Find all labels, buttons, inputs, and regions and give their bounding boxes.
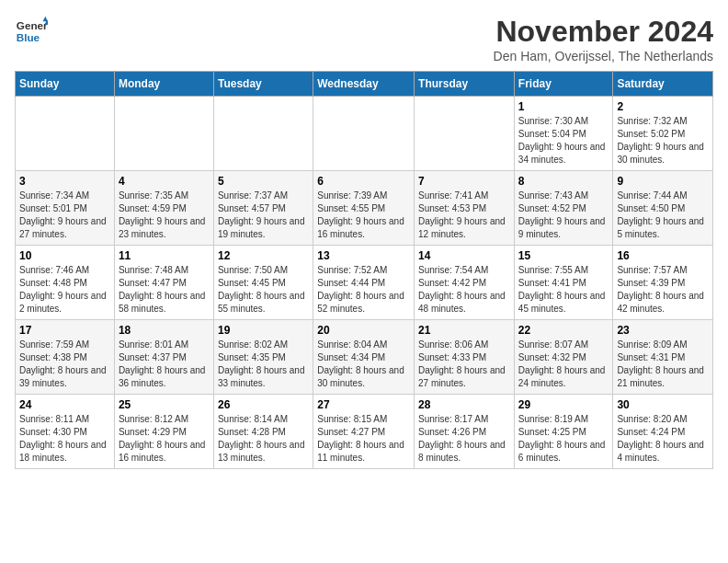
day-info: Sunrise: 7:41 AMSunset: 4:53 PMDaylight:…: [418, 190, 510, 241]
day-cell: 18Sunrise: 8:01 AMSunset: 4:37 PMDayligh…: [114, 320, 213, 395]
day-cell: 7Sunrise: 7:41 AMSunset: 4:53 PMDaylight…: [415, 171, 515, 246]
calendar-table: SundayMondayTuesdayWednesdayThursdayFrid…: [15, 71, 713, 469]
day-number: 7: [418, 175, 510, 188]
day-number: 6: [317, 175, 410, 188]
day-info: Sunrise: 7:59 AMSunset: 4:38 PMDaylight:…: [19, 339, 110, 390]
day-number: 4: [119, 175, 210, 188]
day-info: Sunrise: 7:39 AMSunset: 4:55 PMDaylight:…: [317, 190, 410, 241]
day-number: 22: [518, 324, 609, 337]
day-cell: 28Sunrise: 8:17 AMSunset: 4:26 PMDayligh…: [415, 395, 515, 469]
day-number: 24: [19, 398, 110, 411]
logo-icon: General Blue: [15, 15, 48, 48]
weekday-header-wednesday: Wednesday: [313, 72, 415, 97]
logo: General Blue: [15, 15, 48, 48]
day-number: 30: [617, 398, 709, 411]
day-info: Sunrise: 7:43 AMSunset: 4:52 PMDaylight:…: [518, 190, 609, 241]
day-cell: [313, 97, 415, 171]
weekday-header-sunday: Sunday: [16, 72, 115, 97]
day-cell: 21Sunrise: 8:06 AMSunset: 4:33 PMDayligh…: [415, 320, 515, 395]
day-info: Sunrise: 8:15 AMSunset: 4:27 PMDaylight:…: [317, 413, 410, 465]
day-cell: 25Sunrise: 8:12 AMSunset: 4:29 PMDayligh…: [114, 395, 213, 469]
week-row-4: 24Sunrise: 8:11 AMSunset: 4:30 PMDayligh…: [16, 395, 713, 469]
day-info: Sunrise: 8:07 AMSunset: 4:32 PMDaylight:…: [518, 339, 609, 390]
day-cell: [415, 97, 515, 171]
day-info: Sunrise: 7:57 AMSunset: 4:39 PMDaylight:…: [617, 264, 709, 316]
day-number: 8: [518, 175, 609, 188]
day-info: Sunrise: 7:44 AMSunset: 4:50 PMDaylight:…: [617, 190, 709, 241]
day-info: Sunrise: 8:09 AMSunset: 4:31 PMDaylight:…: [617, 339, 709, 390]
day-number: 14: [418, 249, 510, 262]
week-row-2: 10Sunrise: 7:46 AMSunset: 4:48 PMDayligh…: [16, 246, 713, 320]
day-number: 9: [617, 175, 709, 188]
day-info: Sunrise: 7:34 AMSunset: 5:01 PMDaylight:…: [19, 190, 110, 241]
week-row-1: 3Sunrise: 7:34 AMSunset: 5:01 PMDaylight…: [16, 171, 713, 246]
day-info: Sunrise: 7:48 AMSunset: 4:47 PMDaylight:…: [119, 264, 210, 316]
svg-text:Blue: Blue: [17, 31, 40, 43]
day-cell: 5Sunrise: 7:37 AMSunset: 4:57 PMDaylight…: [213, 171, 313, 246]
day-number: 28: [418, 398, 510, 411]
title-area: November 2024 Den Ham, Overijssel, The N…: [494, 15, 713, 63]
day-number: 2: [617, 100, 709, 113]
day-info: Sunrise: 7:46 AMSunset: 4:48 PMDaylight:…: [19, 264, 110, 316]
day-cell: 26Sunrise: 8:14 AMSunset: 4:28 PMDayligh…: [213, 395, 313, 469]
day-cell: 20Sunrise: 8:04 AMSunset: 4:34 PMDayligh…: [313, 320, 415, 395]
day-info: Sunrise: 8:11 AMSunset: 4:30 PMDaylight:…: [19, 413, 110, 465]
day-number: 23: [617, 324, 709, 337]
day-number: 1: [518, 100, 609, 113]
day-number: 13: [317, 249, 410, 262]
day-number: 25: [119, 398, 210, 411]
day-info: Sunrise: 7:55 AMSunset: 4:41 PMDaylight:…: [518, 264, 609, 316]
day-cell: 13Sunrise: 7:52 AMSunset: 4:44 PMDayligh…: [313, 246, 415, 320]
day-info: Sunrise: 8:19 AMSunset: 4:25 PMDaylight:…: [518, 413, 609, 465]
calendar-subtitle: Den Ham, Overijssel, The Netherlands: [494, 49, 713, 63]
week-row-0: 1Sunrise: 7:30 AMSunset: 5:04 PMDaylight…: [16, 97, 713, 171]
day-cell: [114, 97, 213, 171]
day-info: Sunrise: 8:04 AMSunset: 4:34 PMDaylight:…: [317, 339, 410, 390]
day-number: 5: [218, 175, 309, 188]
day-number: 29: [518, 398, 609, 411]
day-cell: 8Sunrise: 7:43 AMSunset: 4:52 PMDaylight…: [514, 171, 613, 246]
day-number: 19: [218, 324, 309, 337]
weekday-header-thursday: Thursday: [415, 72, 515, 97]
day-info: Sunrise: 8:17 AMSunset: 4:26 PMDaylight:…: [418, 413, 510, 465]
day-number: 16: [617, 249, 709, 262]
weekday-header-row: SundayMondayTuesdayWednesdayThursdayFrid…: [16, 72, 713, 97]
day-cell: 29Sunrise: 8:19 AMSunset: 4:25 PMDayligh…: [514, 395, 613, 469]
day-cell: 17Sunrise: 7:59 AMSunset: 4:38 PMDayligh…: [16, 320, 115, 395]
day-cell: 15Sunrise: 7:55 AMSunset: 4:41 PMDayligh…: [514, 246, 613, 320]
weekday-header-monday: Monday: [114, 72, 213, 97]
day-info: Sunrise: 7:52 AMSunset: 4:44 PMDaylight:…: [317, 264, 410, 316]
weekday-header-saturday: Saturday: [613, 72, 713, 97]
day-info: Sunrise: 8:02 AMSunset: 4:35 PMDaylight:…: [218, 339, 309, 390]
day-cell: [213, 97, 313, 171]
day-number: 18: [119, 324, 210, 337]
day-info: Sunrise: 7:54 AMSunset: 4:42 PMDaylight:…: [418, 264, 510, 316]
day-cell: 2Sunrise: 7:32 AMSunset: 5:02 PMDaylight…: [613, 97, 713, 171]
weekday-header-tuesday: Tuesday: [213, 72, 313, 97]
page-header: General Blue November 2024 Den Ham, Over…: [15, 15, 713, 63]
day-info: Sunrise: 8:06 AMSunset: 4:33 PMDaylight:…: [418, 339, 510, 390]
day-number: 27: [317, 398, 410, 411]
day-cell: 10Sunrise: 7:46 AMSunset: 4:48 PMDayligh…: [16, 246, 115, 320]
day-cell: 3Sunrise: 7:34 AMSunset: 5:01 PMDaylight…: [16, 171, 115, 246]
day-cell: 19Sunrise: 8:02 AMSunset: 4:35 PMDayligh…: [213, 320, 313, 395]
day-info: Sunrise: 8:20 AMSunset: 4:24 PMDaylight:…: [617, 413, 709, 465]
day-info: Sunrise: 8:14 AMSunset: 4:28 PMDaylight:…: [218, 413, 309, 465]
day-cell: 27Sunrise: 8:15 AMSunset: 4:27 PMDayligh…: [313, 395, 415, 469]
day-info: Sunrise: 7:37 AMSunset: 4:57 PMDaylight:…: [218, 190, 309, 241]
day-cell: 9Sunrise: 7:44 AMSunset: 4:50 PMDaylight…: [613, 171, 713, 246]
day-number: 21: [418, 324, 510, 337]
day-number: 3: [19, 175, 110, 188]
day-number: 26: [218, 398, 309, 411]
day-cell: 23Sunrise: 8:09 AMSunset: 4:31 PMDayligh…: [613, 320, 713, 395]
day-cell: 1Sunrise: 7:30 AMSunset: 5:04 PMDaylight…: [514, 97, 613, 171]
day-info: Sunrise: 7:30 AMSunset: 5:04 PMDaylight:…: [518, 115, 609, 167]
day-info: Sunrise: 7:50 AMSunset: 4:45 PMDaylight:…: [218, 264, 309, 316]
day-number: 20: [317, 324, 410, 337]
day-cell: [16, 97, 115, 171]
day-cell: 11Sunrise: 7:48 AMSunset: 4:47 PMDayligh…: [114, 246, 213, 320]
day-cell: 4Sunrise: 7:35 AMSunset: 4:59 PMDaylight…: [114, 171, 213, 246]
day-cell: 6Sunrise: 7:39 AMSunset: 4:55 PMDaylight…: [313, 171, 415, 246]
calendar-title: November 2024: [494, 15, 713, 49]
day-cell: 30Sunrise: 8:20 AMSunset: 4:24 PMDayligh…: [613, 395, 713, 469]
